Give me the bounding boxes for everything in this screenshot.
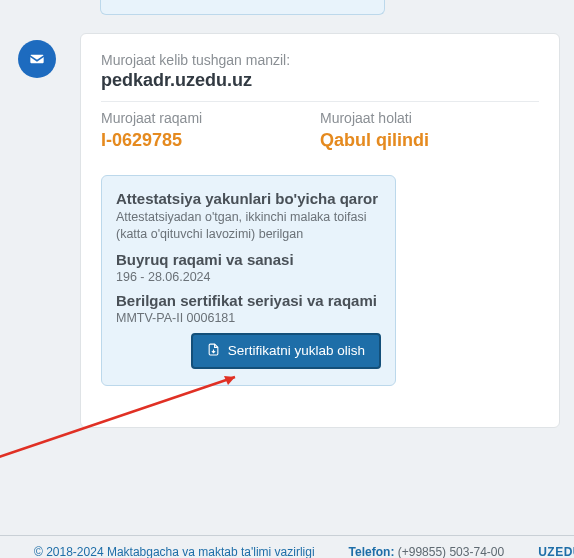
result-box: Attestatsiya yakunlari bo'yicha qaror At… [101, 175, 396, 386]
source-address: pedkadr.uzedu.uz [101, 70, 539, 91]
order-value: 196 - 28.06.2024 [116, 270, 381, 284]
request-status-col: Murojaat holati Qabul qilindi [320, 110, 539, 151]
order-title: Buyruq raqami va sanasi [116, 251, 381, 268]
footer-telephone: Telefon: (+99855) 503-74-00 [349, 545, 505, 558]
status-value: Qabul qilindi [320, 130, 539, 151]
previous-card-fragment [100, 0, 385, 15]
mailbox-icon [18, 40, 56, 78]
number-label: Murojaat raqami [101, 110, 320, 126]
request-card: Murojaat kelib tushgan manzil: pedkadr.u… [80, 33, 560, 428]
tel-label: Telefon: [349, 545, 395, 558]
cert-title: Berilgan sertifikat seriyasi va raqami [116, 292, 381, 309]
download-label: Sertifikatni yuklab olish [228, 343, 365, 358]
cert-value: MMTV-PA-II 0006181 [116, 311, 381, 325]
divider [101, 101, 539, 102]
decision-text: Attestatsiyadan o'tgan, ikkinchi malaka … [116, 209, 381, 243]
file-download-icon [207, 343, 220, 359]
status-label: Murojaat holati [320, 110, 539, 126]
tel-number: (+99855) 503-74-00 [398, 545, 504, 558]
footer-separator [0, 535, 574, 536]
decision-title: Attestatsiya yakunlari bo'yicha qaror [116, 190, 381, 207]
number-value: I-0629785 [101, 130, 320, 151]
info-row: Murojaat raqami I-0629785 Murojaat holat… [101, 110, 539, 151]
download-certificate-button[interactable]: Sertifikatni yuklab olish [191, 333, 381, 369]
source-label: Murojaat kelib tushgan manzil: [101, 52, 539, 68]
download-wrap: Sertifikatni yuklab olish [116, 333, 381, 369]
request-number-col: Murojaat raqami I-0629785 [101, 110, 320, 151]
footer-brand: UZEDU.U [538, 545, 574, 558]
footer-copyright: © 2018-2024 Maktabgacha va maktab ta'lim… [34, 545, 315, 558]
footer: © 2018-2024 Maktabgacha va maktab ta'lim… [0, 545, 574, 558]
svg-rect-0 [30, 54, 45, 64]
